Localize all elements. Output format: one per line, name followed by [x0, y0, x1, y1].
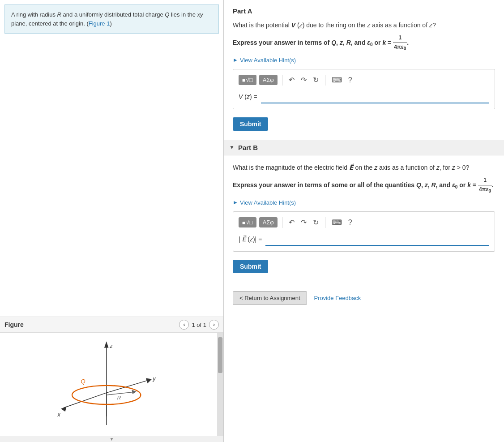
part-a-separator	[282, 75, 282, 86]
part-a-section: What is the potential V (z) due to the r…	[233, 20, 495, 131]
svg-marker-4	[146, 378, 152, 384]
part-b-hint-link[interactable]: ► View Available Hint(s)	[233, 199, 495, 206]
part-a-formula-box: ■ √□ ΑΣφ ↶ ↷ ↻ ⌨ ? V (z) =	[233, 69, 495, 109]
part-a-hint-text: View Available Hint(s)	[240, 57, 296, 64]
part-a-keyboard-button[interactable]: ⌨	[330, 75, 344, 85]
figure-svg: z y x Q	[0, 333, 217, 436]
svg-marker-7	[61, 407, 66, 412]
part-b-label: Part B	[238, 144, 258, 151]
part-a-input-row: V (z) =	[239, 90, 489, 103]
part-b-formula-label: | E⃗ (z)| =	[239, 236, 262, 243]
part-a-submit-button[interactable]: Submit	[233, 117, 268, 131]
svg-text:R: R	[117, 395, 121, 400]
variable-R: R	[57, 11, 61, 18]
figure-canvas: z y x Q	[0, 333, 217, 436]
figure-title: Figure	[4, 321, 24, 328]
part-b-redo-button[interactable]: ↷	[299, 217, 308, 227]
return-to-assignment-button[interactable]: < Return to Assignment	[233, 291, 307, 305]
svg-text:Q: Q	[81, 378, 85, 385]
svg-line-3	[107, 380, 149, 393]
part-b-greek-button[interactable]: ΑΣφ	[259, 217, 278, 227]
part-b-sqrt-button[interactable]: ■ √□	[239, 217, 256, 227]
figure-nav: ‹ 1 of 1 ›	[179, 320, 219, 330]
part-a-redo-button[interactable]: ↷	[299, 75, 308, 85]
part-b-express: Express your answer in terms of some or …	[233, 176, 495, 195]
part-b-header[interactable]: ▼ Part B	[224, 140, 504, 155]
part-b-question: What is the magnitude of the electric fi…	[233, 163, 495, 172]
part-b-keyboard-button[interactable]: ⌨	[330, 217, 344, 227]
scrollbar-thumb	[218, 337, 222, 373]
problem-text-prefix: A ring with radius R and a uniformly dis…	[11, 11, 203, 27]
provide-feedback-link[interactable]: Provide Feedback	[314, 295, 361, 301]
part-b-submit-button[interactable]: Submit	[233, 260, 268, 273]
part-b-help-button[interactable]: ?	[346, 218, 354, 227]
part-b-formula-box: ■ √□ ΑΣφ ↶ ↷ ↻ ⌨ ? | E⃗ (z)| =	[233, 211, 495, 252]
part-b-reset-button[interactable]: ↻	[311, 217, 320, 227]
bottom-nav: < Return to Assignment Provide Feedback	[233, 284, 495, 305]
part-b-toolbar: ■ √□ ΑΣφ ↶ ↷ ↻ ⌨ ?	[239, 217, 489, 228]
left-panel: A ring with radius R and a uniformly dis…	[0, 0, 224, 442]
part-a-formula-label: V (z) =	[239, 93, 257, 100]
part-b-arrow: ▼	[229, 144, 235, 150]
part-a-undo-button[interactable]: ↶	[287, 75, 296, 85]
problem-statement: A ring with radius R and a uniformly dis…	[4, 4, 219, 34]
figure-next-button[interactable]: ›	[209, 320, 219, 330]
svg-marker-1	[104, 341, 109, 348]
variable-xy: xy	[197, 11, 203, 18]
figure-link[interactable]: Figure 1	[89, 20, 110, 27]
part-a-question: What is the potential V (z) due to the r…	[233, 20, 495, 30]
figure-section: Figure ‹ 1 of 1 › z	[0, 317, 223, 442]
svg-text:x: x	[57, 412, 60, 418]
part-b-section: What is the magnitude of the electric fi…	[233, 163, 495, 273]
part-a-label: Part A	[233, 7, 252, 15]
svg-text:y: y	[152, 376, 156, 382]
part-a-answer-input[interactable]	[261, 90, 489, 103]
part-a-header-area: Part A	[233, 0, 495, 20]
part-a-sqrt-button[interactable]: ■ √□	[239, 75, 256, 85]
svg-text:z: z	[109, 343, 113, 349]
part-a-greek-button[interactable]: ΑΣφ	[259, 75, 278, 85]
svg-line-6	[64, 393, 107, 408]
part-a-reset-button[interactable]: ↻	[311, 75, 320, 85]
figure-prev-button[interactable]: ‹	[179, 320, 189, 330]
figure-page: 1 of 1	[192, 322, 206, 328]
variable-Q: Q	[165, 11, 169, 18]
part-b-separator2	[325, 217, 325, 228]
part-a-help-button[interactable]: ?	[346, 75, 354, 85]
figure-bottom-scroll: ▼	[0, 436, 223, 442]
part-b-hint-text: View Available Hint(s)	[240, 199, 296, 206]
part-a-separator2	[325, 75, 325, 86]
figure-scrollbar[interactable]	[217, 333, 223, 436]
figure-scroll-area: z y x Q	[0, 333, 223, 436]
part-b-separator	[282, 217, 282, 228]
part-a-toolbar: ■ √□ ΑΣφ ↶ ↷ ↻ ⌨ ?	[239, 75, 489, 86]
part-a-express: Express your answer in terms of Q, z, R,…	[233, 34, 495, 52]
part-b-answer-input[interactable]	[265, 232, 489, 246]
figure-header: Figure ‹ 1 of 1 ›	[0, 317, 223, 333]
part-a-hint-link[interactable]: ► View Available Hint(s)	[233, 57, 495, 64]
right-panel: Part A What is the potential V (z) due t…	[224, 0, 504, 442]
part-b-undo-button[interactable]: ↶	[287, 217, 296, 227]
part-b-input-row: | E⃗ (z)| =	[239, 232, 489, 246]
